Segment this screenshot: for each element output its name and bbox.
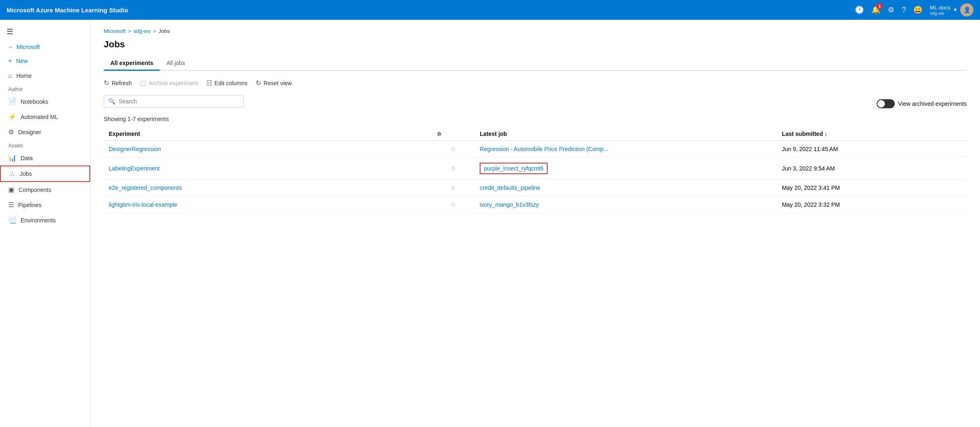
user-menu[interactable]: ML-docs sdg-ws ▼ 👤 [930,3,973,16]
breadcrumb-workspace[interactable]: sdg-ws [133,28,150,34]
main-content: Microsoft > sdg-ws > Jobs Jobs All exper… [91,20,980,427]
breadcrumb-page: Jobs [159,28,170,34]
showing-count: Showing 1-7 experiments [104,116,967,122]
latest-job-cell: ivory_mango_b1v3fszy [475,196,777,213]
reset-icon: ↻ [256,79,261,87]
home-icon: ⌂ [8,72,12,79]
col-header-latest: Latest job [475,127,777,141]
last-submitted-cell: Jun 9, 2022 11:45 AM [777,141,967,158]
topbar-title: Microsoft Azure Machine Learning Studio [7,7,128,14]
col-header-star: ☆ [432,127,475,141]
notifications-icon[interactable]: 🔔 1 [871,5,880,14]
notebooks-icon: 📄 [8,98,16,105]
job-link[interactable]: credit_defaults_pipeline [480,184,540,191]
reset-view-button[interactable]: ↻ Reset view [256,77,292,89]
sidebar-back-label: Microsoft [16,44,40,50]
tab-all-jobs[interactable]: All jobs [160,56,191,71]
settings-icon[interactable]: ⚙ [888,5,894,14]
breadcrumb-microsoft[interactable]: Microsoft [104,28,126,34]
job-link[interactable]: ivory_mango_b1v3fszy [480,201,539,208]
toggle-knob [877,100,885,107]
experiments-table: Experiment ☆ Latest job Last submitted ↓… [104,127,967,213]
breadcrumb-sep1: > [128,28,131,34]
experiment-cell: DesignerRegression [104,141,432,158]
hamburger-menu[interactable]: ☰ [0,23,90,40]
breadcrumb-sep2: > [153,28,156,34]
new-label: New [16,58,28,64]
archive-label: Archive experiment [149,80,198,86]
sidebar-item-home[interactable]: ⌂ Home [0,68,90,83]
components-icon: ▣ [8,186,14,194]
view-archived-row: View archived experiments [877,99,967,108]
environments-label: Environments [21,217,56,224]
sidebar-item-designer[interactable]: ⚙ Designer [0,124,90,140]
sidebar-item-pipelines[interactable]: ☰ Pipelines [0,197,90,212]
data-label: Data [21,155,33,161]
sidebar-item-notebooks[interactable]: 📄 Notebooks [0,94,90,109]
experiment-cell: e2e_registered_components [104,180,432,196]
table-row: e2e_registered_components☆credit_default… [104,180,967,196]
sidebar-back[interactable]: ← Microsoft [0,40,90,54]
jobs-label: Jobs [20,170,32,177]
experiment-link[interactable]: LabelingExperiment [109,165,160,172]
star-cell[interactable]: ☆ [432,141,475,158]
star-cell[interactable]: ☆ [432,180,475,196]
archive-experiment-button[interactable]: ▢ Archive experiment [140,77,198,89]
user-dropdown-icon: ▼ [953,7,958,13]
last-submitted-cell: May 20, 2022 3:32 PM [777,196,967,213]
page-title: Jobs [104,39,967,50]
refresh-icon: ↻ [104,79,109,87]
edit-columns-button[interactable]: ☷ Edit columns [206,77,247,89]
sidebar-item-new[interactable]: + New [0,54,90,68]
job-link[interactable]: Regression - Automobile Price Prediction… [480,146,608,152]
pipelines-label: Pipelines [18,202,42,208]
view-archived-toggle[interactable] [877,99,895,108]
experiment-link[interactable]: lightgbm-iris-local-example [109,201,177,208]
sidebar-item-components[interactable]: ▣ Components [0,182,90,197]
pipelines-icon: ☰ [8,201,14,209]
feedback-icon[interactable]: 😀 [913,5,922,14]
table-header-row: Experiment ☆ Latest job Last submitted ↓ [104,127,967,141]
assets-section-label: Assets [0,140,90,150]
highlighted-job-link[interactable]: purple_insect_ryfqcmt6 [480,163,548,174]
toolbar: ↻ Refresh ▢ Archive experiment ☷ Edit co… [104,77,967,89]
edit-columns-icon: ☷ [206,79,212,87]
designer-icon: ⚙ [8,128,14,136]
star-cell[interactable]: ☆ [432,158,475,180]
col-header-submitted: Last submitted ↓ [777,127,967,141]
topbar-right: 🕐 🔔 1 ⚙ ? 😀 ML-docs sdg-ws ▼ 👤 [855,3,973,16]
experiment-link[interactable]: DesignerRegression [109,146,161,152]
reset-label: Reset view [264,80,292,86]
sidebar-item-environments[interactable]: 📃 Environments [0,212,90,228]
search-input[interactable] [119,98,239,105]
sidebar-item-data[interactable]: 📊 Data [0,150,90,166]
help-icon[interactable]: ? [902,6,906,14]
experiment-cell: lightgbm-iris-local-example [104,196,432,213]
tab-all-experiments[interactable]: All experiments [104,56,160,71]
table-row: DesignerRegression☆Regression - Automobi… [104,141,967,158]
designer-label: Designer [18,129,41,135]
sidebar-item-jobs[interactable]: ⛬ Jobs [0,166,90,182]
user-info: ML-docs sdg-ws [930,5,950,16]
environments-icon: 📃 [8,216,16,224]
refresh-button[interactable]: ↻ Refresh [104,77,132,89]
breadcrumb: Microsoft > sdg-ws > Jobs [104,28,967,34]
star-cell[interactable]: ☆ [432,196,475,213]
search-row: 🔍 View archived experiments [104,95,967,112]
search-box[interactable]: 🔍 [104,95,244,107]
plus-icon: + [8,57,12,65]
author-section-label: Author [0,83,90,94]
latest-job-cell: purple_insect_ryfqcmt6 [475,158,777,180]
workspace-name: ML-docs [930,5,950,11]
search-icon: 🔍 [108,98,115,105]
last-submitted-cell: Jun 3, 2022 9:54 AM [777,158,967,180]
experiment-cell: LabelingExperiment [104,158,432,180]
sidebar-item-automated-ml[interactable]: ⚡ Automated ML [0,109,90,124]
history-icon[interactable]: 🕐 [855,5,864,14]
experiment-link[interactable]: e2e_registered_components [109,184,182,191]
workspace-sub: sdg-ws [930,11,950,16]
user-avatar[interactable]: 👤 [960,3,973,16]
notifications-badge: 1 [876,3,883,9]
automated-ml-label: Automated ML [21,114,58,120]
tabs: All experiments All jobs [104,56,967,71]
